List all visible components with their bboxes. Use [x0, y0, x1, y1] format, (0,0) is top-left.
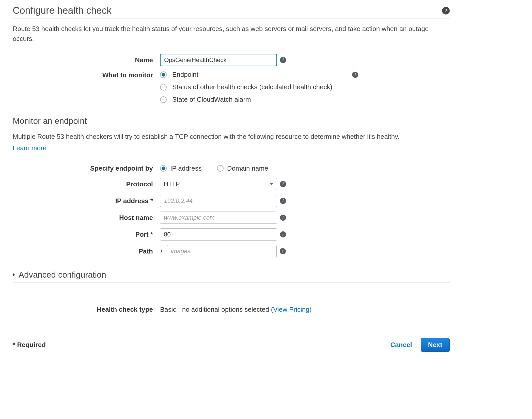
ip-address-input[interactable] [160, 195, 277, 207]
page-header: Configure health check ? [13, 5, 450, 19]
page-title: Configure health check [13, 5, 112, 16]
radio-ip-address-label: IP address [170, 164, 202, 172]
ip-address-label: IP address * [13, 197, 160, 205]
learn-more-link[interactable]: Learn more [13, 143, 450, 153]
info-icon[interactable]: i [280, 181, 286, 187]
next-button[interactable]: Next [421, 338, 450, 352]
info-icon[interactable]: i [352, 72, 358, 78]
info-icon[interactable]: i [280, 198, 286, 204]
info-icon[interactable]: i [280, 231, 286, 237]
monitor-endpoint-title: Monitor an endpoint [13, 116, 450, 128]
port-input[interactable] [160, 228, 277, 241]
protocol-select[interactable]: HTTP [160, 178, 277, 190]
radio-cloudwatch-label: State of CloudWatch alarm [172, 96, 251, 103]
port-row: Port * i [13, 228, 450, 241]
what-to-monitor-row: What to monitor Endpoint i Status of oth… [13, 71, 450, 103]
advanced-config-toggle[interactable]: Advanced configuration [13, 270, 450, 282]
name-input[interactable] [160, 54, 277, 66]
required-note: * Required [13, 341, 46, 349]
name-label: Name [13, 56, 160, 64]
protocol-row: Protocol HTTP i [13, 178, 450, 190]
ip-address-row: IP address * i [13, 195, 450, 207]
port-label: Port * [13, 231, 160, 238]
health-check-type-label: Health check type [13, 306, 160, 313]
health-check-type-value: Basic - no additional options selected [160, 306, 271, 313]
path-label: Path [13, 247, 160, 255]
protocol-value: HTTP [164, 181, 180, 188]
info-icon[interactable]: i [280, 215, 286, 221]
radio-cloudwatch[interactable] [160, 96, 167, 103]
host-name-label: Host name [13, 214, 160, 222]
specify-endpoint-row: Specify endpoint by IP address Domain na… [13, 163, 450, 173]
radio-domain-name[interactable] [217, 165, 224, 172]
view-pricing-link[interactable]: (View Pricing) [271, 306, 312, 313]
help-icon[interactable]: ? [442, 7, 450, 14]
path-prefix: / [160, 247, 164, 255]
chevron-down-icon [270, 183, 273, 185]
page-description: Route 53 health checks let you track the… [13, 24, 450, 44]
radio-calculated-label: Status of other health checks (calculate… [172, 83, 332, 91]
host-name-input[interactable] [160, 212, 277, 224]
path-row: Path / i [13, 245, 450, 257]
radio-calculated[interactable] [160, 84, 167, 91]
radio-domain-name-label: Domain name [227, 164, 268, 172]
chevron-right-icon [13, 273, 15, 277]
advanced-config-label: Advanced configuration [19, 270, 106, 280]
specify-endpoint-label: Specify endpoint by [13, 164, 160, 172]
radio-endpoint[interactable] [160, 71, 167, 78]
radio-endpoint-label: Endpoint [172, 71, 347, 79]
monitor-endpoint-desc: Multiple Route 53 health checkers will t… [13, 132, 450, 153]
name-row: Name i [13, 54, 450, 66]
protocol-label: Protocol [13, 180, 160, 188]
host-name-row: Host name i [13, 212, 450, 224]
info-icon[interactable]: i [280, 248, 286, 254]
radio-ip-address[interactable] [160, 165, 167, 172]
path-input[interactable] [167, 245, 277, 257]
cancel-button[interactable]: Cancel [390, 341, 412, 349]
info-icon[interactable]: i [280, 57, 286, 63]
what-to-monitor-label: What to monitor [13, 71, 160, 79]
